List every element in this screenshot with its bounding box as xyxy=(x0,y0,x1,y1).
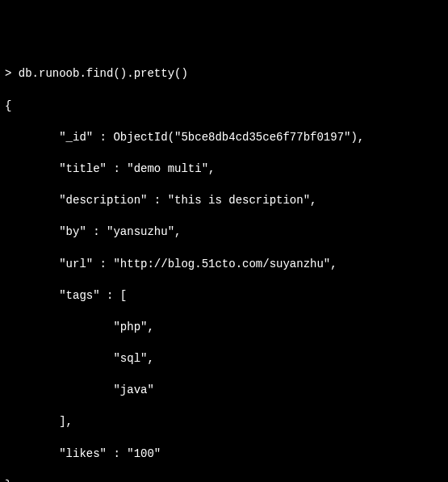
output-line: "php", xyxy=(5,320,443,336)
command-line[interactable]: > db.runoob.find().pretty() xyxy=(5,66,443,82)
output-line: "by" : "yansuzhu", xyxy=(5,224,443,241)
output-line: "url" : "http://blog.51cto.com/suyanzhu"… xyxy=(5,257,443,273)
output-line: { xyxy=(5,98,443,115)
output-line: "description" : "this is description", xyxy=(5,193,443,209)
output-line: ], xyxy=(5,414,443,430)
output-line: } xyxy=(5,478,443,482)
output-line: "likes" : "100" xyxy=(5,446,443,463)
output-line: "_id" : ObjectId("5bce8db4cd35ce6f77bf01… xyxy=(5,130,443,146)
output-line: "java" xyxy=(5,383,443,399)
output-line: "sql", xyxy=(5,351,443,367)
output-line: "tags" : [ xyxy=(5,288,443,304)
output-line: "title" : "demo multi", xyxy=(5,161,443,178)
